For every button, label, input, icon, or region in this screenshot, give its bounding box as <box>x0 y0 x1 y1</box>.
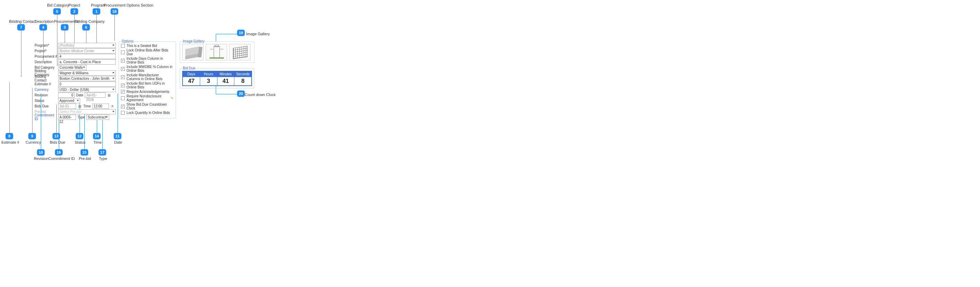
countdown-clock: Days 47 Hours 3 Minutes 41 Seconds 8 <box>182 71 252 86</box>
badge-16: 16 <box>55 149 62 155</box>
checkbox[interactable] <box>121 44 125 48</box>
checkbox[interactable] <box>121 96 125 100</box>
options-fieldset: This is a Sealed Bid Lock Online Bids Af… <box>119 41 176 119</box>
row-commitment: Commitment ID A.0005-12 Type Subcontract <box>35 114 116 120</box>
checkbox[interactable]: ✓ <box>121 67 125 71</box>
badge-11: 11 <box>114 133 121 139</box>
status-select[interactable]: Approved <box>58 98 80 103</box>
checkbox[interactable] <box>121 51 125 54</box>
label-currency[interactable]: Currency <box>35 88 58 92</box>
pre-bid-select[interactable]: Select Pre-bid <box>58 109 116 114</box>
currency-select[interactable]: USD - Dollar (USA) <box>58 87 116 92</box>
option-lock-online-bids: Lock Online Bids After Bids Due <box>121 48 173 56</box>
checkbox[interactable]: ✓ <box>121 75 125 79</box>
bids-due-date-input[interactable]: Jul-31-2016 <box>58 104 76 109</box>
badge-17: 17 <box>99 149 106 155</box>
image-gallery-row <box>182 44 252 60</box>
badge-19: 19 <box>237 30 245 36</box>
label-estimate-num: Estimate # <box>35 82 58 86</box>
bottom-label-estimate: Estimate # <box>2 140 19 144</box>
label-commitment-id[interactable]: Commitment ID <box>35 113 58 121</box>
label-pre-bid: Pre-bid <box>35 110 58 114</box>
label-bidding-contact: Bidding Contact <box>35 75 58 82</box>
badge-5: 5 <box>53 8 61 14</box>
label-date-inline: Date <box>76 93 83 97</box>
row-procurement-num: Procurement # 4 <box>35 54 116 59</box>
commitment-id-input[interactable]: A.0005-12 <box>58 115 76 120</box>
option-label: Include MWDBE % Column in Online Bids <box>127 65 173 73</box>
connector-11 <box>118 94 118 134</box>
bottom-label-status: Status <box>75 140 85 144</box>
program-select[interactable]: (Portfolio) <box>58 43 116 48</box>
procurement-form: Program* (Portfolio) Project* Boston Med… <box>35 43 116 120</box>
connector-7 <box>21 30 21 77</box>
description-input[interactable]: a. Concrete - Cast in Place <box>58 59 116 65</box>
option-sealed-bid: This is a Sealed Bid <box>121 44 173 48</box>
countdown-header-seconds: Seconds <box>234 71 251 77</box>
badge-7: 7 <box>17 24 25 30</box>
pencil-icon[interactable]: ✎ <box>170 96 173 100</box>
header-label-bid-category: Bid Category <box>47 3 69 7</box>
label-type-inline: Type <box>78 115 85 119</box>
gallery-thumb-3[interactable] <box>229 44 251 60</box>
clock-icon[interactable]: ◔ <box>110 104 115 108</box>
checkbox[interactable]: ✓ <box>121 84 125 87</box>
revision-date-input[interactable]: Jul-01-2016 <box>85 92 105 98</box>
row-revision: Revision 0 Date Jul-01-2016 ▦ <box>35 92 116 98</box>
procurement-num-input[interactable]: 4 <box>58 54 116 59</box>
option-require-ack: ✓ Require Acknowledgements <box>121 90 173 94</box>
checkbox[interactable]: ✓ <box>121 90 125 94</box>
row-program: Program* (Portfolio) <box>35 43 116 48</box>
checkbox[interactable]: ✓ <box>121 105 125 108</box>
bottom-label-pre-bid: Pre-bid <box>79 157 91 160</box>
countdown-hours: Hours 3 <box>200 71 218 85</box>
bid-category-select[interactable]: Concrete Walls <box>58 65 86 70</box>
bids-due-time-input[interactable]: 12:00 PM <box>92 104 109 109</box>
gallery-thumb-1[interactable] <box>182 44 204 60</box>
label-procurement-num: Procurement # <box>35 55 58 59</box>
option-label: Include Days Column in Online Bids <box>127 57 173 64</box>
header-label-image-gallery: Image Gallery <box>246 32 270 36</box>
row-status: Status Approved <box>35 98 116 103</box>
bottom-label-currency: Currency <box>25 140 41 144</box>
header-label-program: Program <box>91 3 105 7</box>
connector-19b <box>216 34 216 41</box>
bottom-label-commitment-id: Commitment ID <box>48 157 75 160</box>
badge-20: 20 <box>237 90 245 97</box>
badge-15: 15 <box>81 149 88 155</box>
revision-input[interactable]: 0 <box>58 92 75 98</box>
bottom-label-type: Type <box>99 157 107 160</box>
option-include-days: ✓ Include Days Column in Online Bids <box>121 57 173 64</box>
bottom-label-revision: Revision <box>34 157 48 160</box>
label-time-inline: Time <box>83 104 91 108</box>
countdown-header-minutes: Minutes <box>218 71 234 77</box>
label-project: Project* <box>35 49 58 53</box>
option-include-udfs: ✓ Include Bid Item UDFs in Online Bids <box>121 81 173 89</box>
bid-due-fieldset: Days 47 Hours 3 Minutes 41 Seconds 8 <box>180 68 255 89</box>
bidding-contact-select[interactable]: Boston Contractors - John Smith <box>58 76 116 81</box>
commitment-type-select[interactable]: Subcontract <box>86 115 109 120</box>
gallery-thumb-2[interactable] <box>206 44 227 60</box>
estimate-num-input[interactable]: 0 <box>58 81 116 87</box>
label-bids-due: Bids Due <box>35 104 58 108</box>
calendar-icon[interactable]: ▦ <box>77 104 82 108</box>
row-bidding-contact: Bidding Contact Boston Contractors - Joh… <box>35 76 116 81</box>
project-select[interactable]: Boston Medical Center <box>58 48 116 54</box>
option-label: Lock Quantity in Online Bids <box>127 111 170 115</box>
badge-8: 8 <box>6 133 13 139</box>
countdown-header-hours: Hours <box>200 71 217 77</box>
badge-3: 3 <box>61 24 68 30</box>
checkbox[interactable]: ✓ <box>121 59 125 62</box>
row-bids-due: Bids Due Jul-31-2016 ▦ Time 12:00 PM ◔ <box>35 103 116 109</box>
countdown-value-seconds: 8 <box>234 77 251 85</box>
option-label: Lock Online Bids After Bids Due <box>127 48 173 56</box>
calendar-icon[interactable]: ▦ <box>107 92 111 97</box>
badge-12: 12 <box>76 133 83 139</box>
bidding-company-select[interactable]: Wagner & Williams <box>58 70 116 76</box>
option-label: This is a Sealed Bid <box>127 44 157 48</box>
checkbox[interactable] <box>121 111 125 115</box>
bottom-label-bids-due: Bids Due <box>50 140 65 144</box>
countdown-minutes: Minutes 41 <box>218 71 235 85</box>
header-label-project: Project <box>68 3 80 7</box>
header-label-bidding-company: Bidding Company <box>75 19 105 24</box>
